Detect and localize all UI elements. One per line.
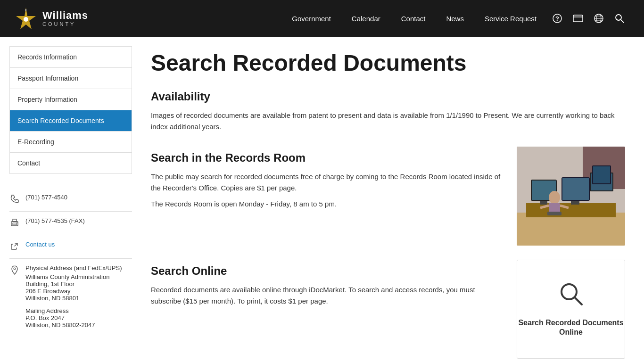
sidebar-item-contact[interactable]: Contact	[10, 153, 132, 173]
sidebar-contact: (701) 577-4540 (701) 577-4535 (FAX) Cont…	[9, 183, 132, 334]
svg-rect-16	[13, 223, 17, 225]
svg-point-1	[24, 17, 28, 22]
svg-rect-27	[571, 201, 579, 205]
sidebar-fax-row: (701) 577-4535 (FAX)	[9, 212, 132, 235]
svg-rect-22	[517, 213, 625, 246]
availability-heading: Availability	[151, 90, 625, 103]
sidebar-mailing-line1: P.O. Box 2047	[25, 314, 132, 321]
logo-icon	[14, 7, 38, 30]
sidebar-physical-line2: 206 E Broadway	[25, 288, 132, 295]
sidebar-contactus-row: Contact us	[9, 235, 132, 259]
sidebar-item-search-recorded[interactable]: Search Recorded Documents	[10, 110, 132, 132]
nav-government[interactable]: Government	[281, 0, 341, 37]
svg-rect-31	[549, 203, 560, 213]
sidebar-physical-line3: Williston, ND 58801	[25, 295, 132, 302]
logo-county: COUNTY	[42, 21, 88, 27]
records-room-text2: The Records Room is open Monday - Friday…	[151, 198, 503, 210]
sidebar-mailing-label: Mailing Address	[25, 307, 132, 314]
svg-rect-29	[562, 178, 589, 200]
main-content: Search Recorded Documents Availability I…	[141, 46, 635, 362]
svg-rect-25	[540, 201, 547, 205]
main-nav: Government Calendar Contact News Service…	[281, 0, 547, 37]
svg-point-17	[17, 222, 17, 223]
sidebar-item-erecording[interactable]: E-Recording	[10, 132, 132, 153]
search-online-section: Search Online Recorded documents are ava…	[151, 260, 625, 359]
records-room-heading: Search in the Records Room	[151, 151, 503, 165]
svg-rect-15	[13, 219, 17, 222]
sidebar: Records Information Passport Information…	[9, 46, 132, 334]
nav-calendar[interactable]: Calendar	[341, 0, 391, 37]
records-room-text: Search in the Records Room The public ma…	[151, 147, 503, 214]
fax-icon	[9, 218, 20, 229]
records-room-section: Search in the Records Room The public ma…	[151, 147, 625, 246]
page-title: Search Recorded Documents	[151, 51, 625, 76]
sidebar-item-records[interactable]: Records Information	[10, 47, 132, 68]
site-logo[interactable]: Williams COUNTY	[14, 7, 88, 30]
sidebar-mailing-line2: Williston, ND 58802-2047	[25, 321, 132, 329]
nav-service-request[interactable]: Service Request	[474, 0, 547, 37]
external-link-icon	[9, 242, 20, 253]
sidebar-phone-row: (701) 577-4540	[9, 188, 132, 212]
svg-point-30	[549, 191, 560, 204]
search-online-text: Recorded documents are available online …	[151, 284, 503, 307]
sidebar-contactus-link[interactable]: Contact us	[25, 241, 55, 248]
globe-icon[interactable]	[588, 0, 609, 37]
sidebar-item-passport[interactable]: Passport Information	[10, 68, 132, 89]
svg-rect-5	[573, 15, 583, 22]
logo-williams: Williams	[42, 10, 88, 21]
svg-text:?: ?	[555, 15, 559, 22]
search-online-icon	[558, 281, 584, 313]
sidebar-phone: (701) 577-4540	[25, 194, 67, 201]
sidebar-item-property[interactable]: Property Information	[10, 89, 132, 110]
sidebar-address-row: Physical Address (and FedEx/UPS) William…	[9, 259, 132, 334]
svg-rect-34	[547, 212, 561, 215]
search-online-card-label: Search Recorded Documents Online	[517, 318, 625, 338]
sidebar-physical-label: Physical Address (and FedEx/UPS)	[25, 264, 132, 272]
sidebar-fax: (701) 577-4535 (FAX)	[25, 217, 85, 224]
sidebar-address: Physical Address (and FedEx/UPS) William…	[25, 264, 132, 329]
search-online-heading: Search Online	[151, 264, 503, 278]
svg-rect-23	[526, 203, 616, 217]
page-wrapper: Records Information Passport Information…	[0, 37, 644, 362]
sidebar-menu: Records Information Passport Information…	[9, 46, 132, 174]
site-header: Williams COUNTY Government Calendar Cont…	[0, 0, 644, 37]
card-icon[interactable]	[568, 0, 588, 37]
phone-icon	[9, 195, 20, 206]
availability-text: Images of recorded documents are availab…	[151, 110, 625, 132]
availability-section: Availability Images of recorded document…	[151, 90, 625, 132]
nav-contact[interactable]: Contact	[391, 0, 436, 37]
nav-icon-group: ?	[547, 0, 630, 37]
location-icon	[9, 265, 20, 277]
search-icon[interactable]	[609, 0, 630, 37]
records-room-text1: The public may search for recorded docum…	[151, 171, 503, 194]
svg-point-12	[616, 15, 621, 20]
svg-line-40	[575, 297, 582, 304]
search-online-card[interactable]: Search Recorded Documents Online	[517, 260, 625, 359]
svg-line-13	[621, 20, 624, 23]
sidebar-physical-line1: Williams County Administration Building,…	[25, 273, 132, 288]
svg-rect-38	[593, 166, 610, 183]
records-room-image	[517, 147, 625, 246]
svg-point-18	[14, 268, 16, 270]
nav-news[interactable]: News	[436, 0, 474, 37]
help-icon[interactable]: ?	[547, 0, 568, 37]
search-online-text: Search Online Recorded documents are ava…	[151, 260, 503, 312]
